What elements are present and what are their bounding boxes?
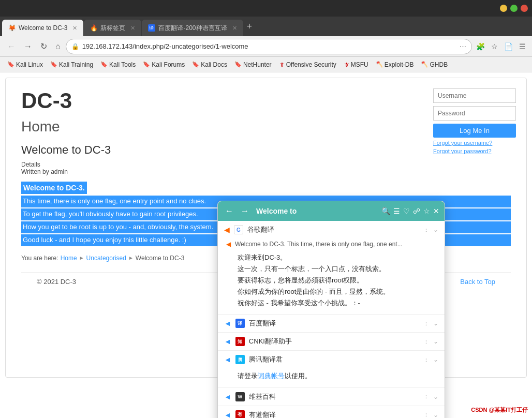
- popup-toolbar-icons: ☰ ♡ ☍ ☆ ✕: [393, 207, 439, 215]
- youdao-translate-header[interactable]: ◄ 有 有道翻译 ： ⌄: [218, 406, 445, 418]
- back-button[interactable]: ←: [4, 40, 19, 53]
- forgot-username-link[interactable]: Forgot your username?: [433, 140, 492, 146]
- bookmark-ghdb[interactable]: 🪓 GHDB: [418, 60, 451, 69]
- wiki-expand-icon[interactable]: ⌄: [433, 393, 438, 400]
- youdao-more[interactable]: ：: [423, 411, 429, 418]
- bookmark-offensive-security[interactable]: 🗡 Offensive Security: [276, 60, 339, 69]
- browser-frame: 🦊 Welcome to DC-3 ✕ 🔥 新标签页 ✕ 译 百度翻译-200种…: [0, 0, 532, 418]
- tab-1[interactable]: 🦊 Welcome to DC-3 ✕: [2, 20, 83, 36]
- youdao-expand-icon[interactable]: ⌄: [433, 411, 438, 418]
- tencent-dict-link[interactable]: 词典帐号: [258, 372, 285, 380]
- google-play-icon: ◀: [224, 226, 230, 234]
- cnki-play-icon: ◄: [224, 337, 231, 346]
- site-info-icon[interactable]: ⋯: [460, 42, 466, 50]
- maximize-button[interactable]: [510, 5, 518, 12]
- tencent-translation-content: 请登录词典帐号以使用。: [218, 368, 445, 387]
- bookmark-star-button[interactable]: ☆: [489, 41, 500, 52]
- extensions-button[interactable]: 🧩: [474, 41, 487, 52]
- google-translation-content: 欢迎来到DC-3。 这一次，只有一个标志，一个入口点，没有线索。 要获得标志，您…: [218, 250, 445, 314]
- bookmark-exploit-db[interactable]: 🪓 Exploit-DB: [373, 60, 417, 69]
- google-trans-line-2: 这一次，只有一个标志，一个入口点，没有线索。: [238, 263, 438, 275]
- breadcrumb-cat-link[interactable]: Uncategorised: [86, 255, 126, 262]
- bookmark-nethunter-label: NetHunter: [243, 61, 272, 68]
- google-trans-line-3: 要获得标志，您将显然必须获得root权限。: [238, 275, 438, 286]
- wiki-header[interactable]: ◄ W 维基百科 ： ⌄: [218, 388, 445, 406]
- forgot-password-row: Forgot your password?: [433, 146, 516, 154]
- google-translate-header[interactable]: ◀ G 谷歌翻译 ： ⌄: [218, 221, 445, 238]
- bookmark-kali-docs-label: Kali Docs: [201, 61, 227, 68]
- baidu-more[interactable]: ：: [423, 320, 429, 327]
- written-by-label: Written by: [21, 168, 49, 175]
- username-input[interactable]: [433, 88, 516, 103]
- bookmark-kali-docs-icon: 🔖: [192, 61, 199, 68]
- cnki-service-name: CNKI翻译助手: [249, 337, 419, 346]
- details-section: Details Written by admin: [21, 161, 511, 175]
- bookmark-kali-forums[interactable]: 🔖 Kali Forums: [140, 60, 188, 69]
- popup-forward-button[interactable]: →: [239, 205, 251, 217]
- reload-button[interactable]: ↻: [37, 39, 50, 53]
- tab-label-3: 百度翻译-200种语言互译: [158, 24, 227, 33]
- google-expand-icon[interactable]: ⌄: [433, 226, 438, 233]
- bookmark-kali-tools[interactable]: 🔖 Kali Tools: [97, 60, 139, 69]
- cnki-more[interactable]: ：: [423, 338, 429, 346]
- popup-search-icon[interactable]: 🔍: [381, 207, 390, 215]
- url-input[interactable]: [82, 42, 456, 50]
- bookmark-kali-training-label: Kali Training: [59, 61, 93, 68]
- popup-star-icon[interactable]: ☆: [423, 207, 430, 215]
- cnki-expand-icon[interactable]: ⌄: [433, 338, 438, 345]
- bookmark-kali-linux-icon: 🔖: [7, 61, 14, 68]
- popup-grid-icon[interactable]: ☍: [413, 207, 420, 215]
- popup-header: ← → Welcome to 🔍 ☰ ♡ ☍ ☆ ✕: [218, 201, 445, 221]
- bookmark-kali-training-icon: 🔖: [50, 61, 57, 68]
- tencent-expand-icon[interactable]: ⌄: [433, 356, 438, 363]
- baidu-service-name: 百度翻译: [249, 319, 419, 328]
- reader-mode-button[interactable]: 📄: [502, 41, 515, 52]
- home-button[interactable]: ⌂: [52, 40, 64, 53]
- forward-button[interactable]: →: [21, 40, 35, 53]
- tab-close-2[interactable]: ✕: [130, 25, 135, 32]
- login-button[interactable]: Log Me In: [433, 124, 516, 138]
- baidu-translate-section: ◄ 译 百度翻译 ： ⌄: [218, 315, 445, 333]
- bookmark-kali-docs[interactable]: 🔖 Kali Docs: [189, 60, 230, 69]
- tencent-translate-header[interactable]: ◄ 腾 腾讯翻译君 ： ⌄: [218, 351, 445, 368]
- wiki-section: ◄ W 维基百科 ： ⌄: [218, 388, 445, 406]
- baidu-expand-icon[interactable]: ⌄: [433, 320, 438, 327]
- bookmark-kali-tools-icon: 🔖: [100, 61, 108, 68]
- bookmark-nethunter[interactable]: 🔖 NetHunter: [231, 60, 275, 69]
- tab-close-3[interactable]: ✕: [232, 25, 237, 32]
- google-original-text: ◀ Welcome to DC-3. This time, there is o…: [218, 238, 445, 250]
- minimize-button[interactable]: [500, 5, 507, 12]
- tab-label-1: Welcome to DC-3: [19, 24, 67, 32]
- google-translate-section: ◀ G 谷歌翻译 ： ⌄ ◀ Welcome to DC-3. This tim…: [218, 221, 445, 315]
- new-tab-button[interactable]: +: [244, 21, 256, 32]
- password-input[interactable]: [433, 106, 516, 121]
- bookmark-msfu[interactable]: 🗡 MSFU: [341, 60, 372, 69]
- breadcrumb-home-link[interactable]: Home: [61, 255, 77, 262]
- tab-favicon-3: 译: [148, 24, 155, 32]
- forgot-password-link[interactable]: Forgot your password?: [433, 148, 492, 154]
- menu-button[interactable]: ☰: [517, 41, 528, 52]
- google-trans-line-4: 你如何成为你的root是由你的 - 而且，显然，系统。: [238, 286, 438, 297]
- footer-copyright: © 2021 DC-3: [37, 278, 76, 286]
- tab-2[interactable]: 🔥 新标签页 ✕: [84, 20, 141, 36]
- bookmark-kali-training[interactable]: 🔖 Kali Training: [47, 60, 96, 69]
- wiki-more[interactable]: ：: [423, 393, 429, 400]
- tab-close-1[interactable]: ✕: [72, 25, 77, 32]
- popup-close-icon[interactable]: ✕: [433, 207, 439, 215]
- cnki-translate-header[interactable]: ◄ 知 CNKI翻译助手 ： ⌄: [218, 333, 445, 350]
- bookmark-kali-linux[interactable]: 🔖 Kali Linux: [4, 60, 46, 69]
- url-bar[interactable]: 🔒 ⋯: [66, 39, 472, 54]
- google-more[interactable]: ：: [423, 226, 429, 234]
- back-to-top-link[interactable]: Back to Top: [460, 278, 495, 286]
- tab-3[interactable]: 译 百度翻译-200种语言互译 ✕: [142, 20, 243, 36]
- details-label: Details: [21, 161, 40, 168]
- breadcrumb-prefix: You are here:: [21, 255, 58, 262]
- popup-back-button[interactable]: ←: [223, 205, 235, 217]
- nav-icons: 🧩 ☆ 📄 ☰: [474, 41, 528, 52]
- popup-heart-icon[interactable]: ♡: [403, 207, 410, 215]
- google-play-icon2[interactable]: ◀: [226, 241, 231, 248]
- baidu-translate-header[interactable]: ◄ 译 百度翻译 ： ⌄: [218, 315, 445, 332]
- popup-menu-icon[interactable]: ☰: [393, 207, 400, 215]
- tencent-more[interactable]: ：: [423, 356, 429, 364]
- close-button[interactable]: [521, 5, 528, 12]
